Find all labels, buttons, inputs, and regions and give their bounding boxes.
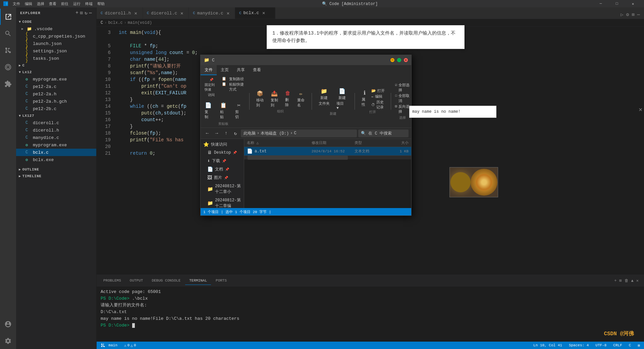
- activity-explorer[interactable]: [0, 9, 16, 25]
- fe-path-breadcrumb[interactable]: 此电脑 › 本地磁盘 (D:) › C: [241, 130, 357, 137]
- file-pe12-2a-h-gch[interactable]: C pe12-2a.h.gch: [16, 98, 96, 105]
- activity-source-control[interactable]: [0, 42, 16, 58]
- fe-search-box[interactable]: 🔍 在 C 中搜索: [358, 130, 409, 137]
- file-pe12-2a-h[interactable]: C pe12-2a.h: [16, 90, 96, 98]
- file-pe12-2b-c[interactable]: C pe12-2b.c: [16, 105, 96, 112]
- tab-bclx-c[interactable]: C bclx.c ✕: [235, 7, 275, 19]
- refresh-icon[interactable]: ↻: [85, 10, 88, 16]
- file-diceroll-c[interactable]: C diceroll.c: [16, 119, 96, 127]
- section-outline[interactable]: ▶ OUTLINE: [16, 166, 96, 173]
- fe-open-btn[interactable]: 📂 打开: [371, 88, 386, 93]
- close-panel-icon[interactable]: ✕: [636, 278, 639, 283]
- fe-new-item-button[interactable]: 📄 新建 项目 ▼: [334, 87, 351, 111]
- section-lx12[interactable]: ▼ Lx12: [16, 69, 96, 76]
- activity-settings[interactable]: [0, 333, 16, 349]
- file-myprogram-exe-lx127[interactable]: ⚙ myprogram.exe: [16, 141, 96, 149]
- fe-path-pc[interactable]: 此电脑: [244, 131, 256, 136]
- status-spaces[interactable]: Spaces: 4: [568, 343, 590, 347]
- terminal-content[interactable]: Active code page: 65001 PS D:\Code> .\bc…: [97, 287, 644, 342]
- fe-tab-share[interactable]: 共享: [233, 65, 249, 75]
- fe-new-folder-button[interactable]: 📁 新建 文件夹: [316, 87, 332, 111]
- tab-problems[interactable]: PROBLEMS: [99, 277, 125, 285]
- fe-nav-folder2[interactable]: 📁 20240812-第十二章编: [201, 196, 244, 208]
- menu-run[interactable]: 运行: [71, 1, 83, 7]
- more-actions-icon[interactable]: ⋯: [636, 10, 641, 19]
- fe-nav-download[interactable]: ⬇ 下载 📌: [201, 157, 244, 165]
- fe-close-button[interactable]: ✕: [404, 58, 408, 62]
- file-bclx-exe[interactable]: ⚙ bclx.exe: [16, 156, 96, 163]
- status-ln-col[interactable]: Ln 10, Col 41: [532, 343, 564, 347]
- fe-paste-shortcut-label[interactable]: 粘贴快捷方式: [229, 82, 245, 92]
- activity-extensions[interactable]: [0, 76, 16, 92]
- breadcrumb-item-bclx[interactable]: bclx.c: [108, 20, 122, 25]
- fe-window-controls[interactable]: ─ □ ✕: [390, 58, 408, 62]
- fe-nav-quick-access[interactable]: ⭐ 快速访问: [201, 140, 244, 149]
- tab-debug-console[interactable]: DEBUG CONSOLE: [148, 277, 184, 285]
- status-language[interactable]: C: [628, 343, 633, 347]
- tab-manydice-c[interactable]: C manydice.c ✕: [189, 7, 235, 19]
- fe-back-button[interactable]: ←: [203, 129, 211, 137]
- fe-properties-button[interactable]: ℹ 属性: [359, 88, 370, 110]
- fe-edit-btn[interactable]: ✏ 编辑: [371, 94, 386, 99]
- fe-invert-btn[interactable]: ⊡ 反向选择: [395, 104, 410, 114]
- file-pe12-2a-c[interactable]: C pe12-2a.c: [16, 83, 96, 90]
- file-bclx-c[interactable]: C bclx.c: [16, 149, 96, 156]
- fe-header-name[interactable]: 名称 △: [247, 140, 312, 145]
- fe-header-size[interactable]: 大小: [387, 140, 409, 145]
- menu-terminal[interactable]: 终端: [83, 1, 95, 7]
- new-file-icon[interactable]: +: [75, 10, 78, 16]
- menu-goto[interactable]: 前往: [59, 1, 70, 7]
- file-myprogram-exe-lx12[interactable]: ⚙ myprogram.exe: [16, 76, 96, 83]
- run-button[interactable]: ▷: [619, 10, 625, 19]
- fe-cut-button[interactable]: ✂ 剪切: [232, 101, 245, 121]
- maximize-panel-icon[interactable]: ▲: [631, 279, 634, 283]
- close-tab-diceroll-c[interactable]: ✕: [179, 10, 184, 16]
- close-tab-manydice-c[interactable]: ✕: [225, 10, 231, 16]
- section-c[interactable]: ▶ C: [16, 62, 96, 69]
- maximize-button[interactable]: □: [609, 0, 625, 7]
- menu-selection[interactable]: 选择: [35, 1, 46, 7]
- fe-copyto-button[interactable]: 📤 复制到: [268, 89, 281, 109]
- fe-refresh-button[interactable]: ↻: [231, 129, 239, 137]
- tab-diceroll-h[interactable]: C diceroll.h ✕: [97, 7, 143, 19]
- minimize-button[interactable]: ─: [593, 0, 608, 7]
- status-line-ending[interactable]: CRLF: [612, 343, 623, 347]
- fe-path-drive[interactable]: 本地磁盘 (D:): [261, 131, 289, 136]
- section-timeline[interactable]: ▶ TIMELINE: [16, 173, 96, 180]
- fe-path-folder[interactable]: C: [294, 131, 296, 136]
- settings-gear-icon[interactable]: ⚙: [625, 10, 630, 19]
- activity-debug[interactable]: [0, 59, 16, 75]
- file-diceroll-h[interactable]: C diceroll.h: [16, 127, 96, 134]
- fe-tab-view[interactable]: 查看: [249, 65, 265, 75]
- fe-nav-folder1[interactable]: 📁 20240812-第十二章小: [201, 182, 244, 196]
- menu-edit[interactable]: 编辑: [23, 1, 34, 7]
- section-code[interactable]: ▼ CODE: [16, 18, 96, 25]
- fe-scrollbar[interactable]: [244, 155, 411, 159]
- fe-rename-button[interactable]: ✏ 重命名: [294, 89, 308, 109]
- tab-terminal[interactable]: TERMINAL: [185, 277, 211, 285]
- close-button[interactable]: ✕: [625, 0, 641, 7]
- sidebar-actions[interactable]: + ⊞ ↻ ⋯: [75, 10, 92, 16]
- menu-bar[interactable]: 文件 编辑 选择 查看 前往 运行 终端 帮助: [11, 1, 107, 7]
- close-tab-bclx-c[interactable]: ✕: [261, 10, 266, 16]
- new-terminal-icon[interactable]: +: [614, 279, 616, 283]
- fe-deselect-btn[interactable]: ☐ 全部取消: [395, 93, 410, 103]
- file-tasks-json[interactable]: { } tasks.json: [16, 55, 96, 62]
- section-lx127[interactable]: ▼ LX127: [16, 112, 96, 119]
- fe-maximize-button[interactable]: □: [397, 58, 401, 62]
- menu-help[interactable]: 帮助: [95, 1, 107, 7]
- status-errors[interactable]: ⚠ 0 △ 0: [123, 343, 137, 348]
- fe-up-button[interactable]: ↑: [222, 129, 230, 137]
- fe-nav-documents[interactable]: 📄 文档 📌: [201, 165, 244, 173]
- tab-ports[interactable]: PORTS: [212, 277, 231, 285]
- activity-search[interactable]: [0, 26, 16, 42]
- split-terminal-icon[interactable]: ⊞: [619, 278, 622, 283]
- fe-forward-button[interactable]: →: [213, 129, 221, 137]
- right-panel-close-button[interactable]: ✕: [639, 106, 642, 113]
- fe-copy-button[interactable]: 📄 复制: [202, 101, 215, 121]
- menu-view[interactable]: 查看: [47, 1, 58, 7]
- fe-select-all-btn[interactable]: ☑ 全部选择: [395, 83, 410, 93]
- tab-diceroll-c[interactable]: C diceroll.c ✕: [143, 7, 189, 19]
- fe-history-btn[interactable]: ⏱ 历史记录: [371, 100, 386, 110]
- fe-header-date[interactable]: 修改日期: [312, 140, 355, 145]
